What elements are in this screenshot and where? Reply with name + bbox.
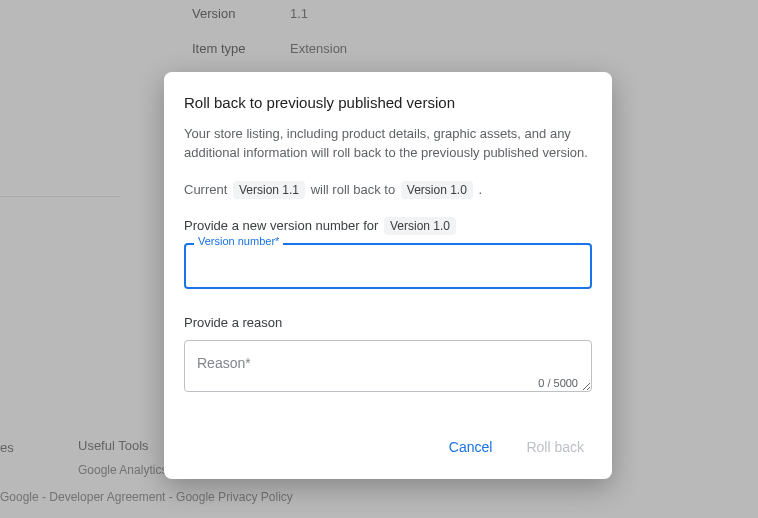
reason-input[interactable] — [184, 340, 592, 392]
cancel-button[interactable]: Cancel — [441, 431, 501, 463]
reason-label: Provide a reason — [184, 315, 592, 330]
rollback-button[interactable]: Roll back — [518, 431, 592, 463]
version-field: Version number* — [184, 243, 592, 289]
current-suffix: . — [478, 182, 482, 197]
char-count: 0 / 5000 — [538, 377, 578, 389]
target-version-chip: Version 1.0 — [401, 181, 473, 199]
dialog-title: Roll back to previously published versio… — [184, 94, 592, 111]
rollback-dialog: Roll back to previously published versio… — [164, 72, 612, 479]
dialog-actions: Cancel Roll back — [184, 431, 592, 463]
current-mid: will roll back to — [311, 182, 399, 197]
current-prefix: Current — [184, 182, 227, 197]
version-number-input[interactable] — [184, 243, 592, 289]
reason-field: 0 / 5000 — [184, 340, 592, 395]
dialog-description: Your store listing, including product de… — [184, 125, 592, 163]
current-version-line: Current Version 1.1 will roll back to Ve… — [184, 181, 592, 199]
version-float-label: Version number* — [194, 235, 283, 247]
current-version-chip: Version 1.1 — [233, 181, 305, 199]
provide-version-prefix: Provide a new version number for — [184, 218, 378, 233]
provide-version-chip: Version 1.0 — [384, 217, 456, 235]
provide-version-label: Provide a new version number for Version… — [184, 217, 592, 235]
